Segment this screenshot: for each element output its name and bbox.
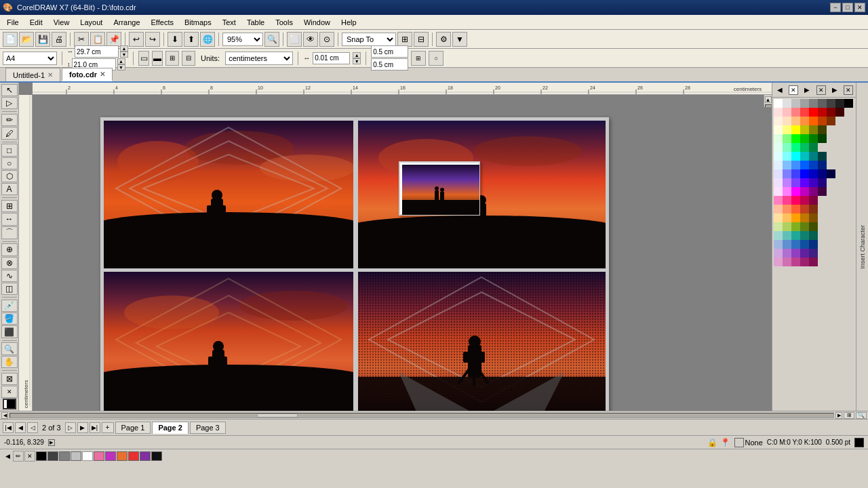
color-swatch[interactable]	[791, 152, 800, 161]
tab-untitled[interactable]: Untitled-1 ✕	[5, 68, 60, 81]
color-swatch[interactable]	[791, 205, 800, 214]
color-btn-x[interactable]: ✕	[1, 386, 18, 398]
page-size-select[interactable]: A4A3Letter	[3, 52, 57, 65]
color-swatch[interactable]	[791, 249, 800, 258]
color-swatch[interactable]	[800, 258, 809, 266]
options-button[interactable]: ⚙	[436, 32, 451, 47]
color-swatch[interactable]	[791, 231, 800, 240]
cs-pen-icon[interactable]: ✏	[13, 451, 24, 462]
maximize-button[interactable]: □	[842, 3, 853, 12]
cs-red[interactable]	[128, 451, 139, 461]
menu-item-bitmaps[interactable]: Bitmaps	[179, 17, 217, 28]
color-swatch[interactable]	[809, 99, 818, 108]
color-swatch[interactable]	[800, 143, 809, 152]
color-swatch[interactable]	[818, 117, 827, 125]
menu-item-help[interactable]: Help	[336, 17, 362, 28]
print-button[interactable]: 🖨	[52, 32, 66, 47]
color-swatch[interactable]	[774, 231, 783, 240]
color-swatch[interactable]	[827, 117, 835, 125]
cs-x-btn[interactable]: ✕	[24, 451, 35, 462]
color-swatch[interactable]	[774, 249, 783, 258]
shadow-tool[interactable]: ◫	[1, 283, 18, 295]
color-swatch[interactable]	[783, 178, 791, 187]
menu-item-window[interactable]: Window	[298, 17, 336, 28]
color-swatch[interactable]	[818, 134, 827, 143]
color-swatch[interactable]	[791, 214, 800, 222]
color-swatch[interactable]	[791, 187, 800, 196]
color-swatch[interactable]	[774, 214, 783, 222]
color-swatch[interactable]	[800, 161, 809, 169]
color-swatch[interactable]	[809, 249, 818, 258]
units-select[interactable]: centimetersinchespixels	[225, 52, 293, 65]
color-swatch[interactable]	[800, 169, 809, 178]
add-page-btn[interactable]: +	[102, 422, 114, 433]
color-swatch[interactable]	[809, 169, 818, 178]
freehand-tool[interactable]: ✏	[1, 114, 18, 126]
color-swatch[interactable]	[791, 161, 800, 169]
menu-item-table[interactable]: Table	[241, 17, 270, 28]
color-swatch[interactable]	[791, 108, 800, 117]
color-swatch[interactable]	[809, 214, 818, 222]
color-swatch[interactable]	[774, 222, 783, 231]
color-swatch[interactable]	[818, 187, 827, 196]
export-button[interactable]: ⬆	[184, 32, 199, 47]
cs-black[interactable]	[36, 451, 47, 461]
page-prev2-btn[interactable]: ◁	[27, 422, 38, 433]
zoom-tool[interactable]: 🔍	[1, 342, 18, 354]
color-swatch[interactable]	[809, 231, 818, 240]
color-swatch[interactable]	[783, 125, 791, 134]
page-last-btn[interactable]: ▶|	[90, 422, 100, 433]
color-swatch[interactable]	[800, 196, 809, 205]
nudge-up[interactable]: ▲	[353, 52, 361, 58]
menu-item-layout[interactable]: Layout	[75, 17, 108, 28]
color-swatch[interactable]	[818, 169, 827, 178]
color-swatch[interactable]	[800, 99, 809, 108]
color-swatch[interactable]	[800, 222, 809, 231]
menu-item-tools[interactable]: Tools	[270, 17, 298, 28]
menu-item-text[interactable]: Text	[217, 17, 241, 28]
nudge-down[interactable]: ▼	[353, 58, 361, 64]
color-selector[interactable]	[3, 399, 16, 409]
color-x-btn2[interactable]: ✕	[816, 85, 826, 95]
blend-tool[interactable]: ⊕	[1, 243, 18, 256]
color-swatch[interactable]	[783, 205, 791, 214]
cs-purple[interactable]	[140, 451, 151, 461]
dimension-tool[interactable]: ↔	[1, 213, 18, 225]
color-swatch[interactable]	[809, 125, 818, 134]
color-swatch[interactable]	[791, 143, 800, 152]
color-swatch[interactable]	[783, 258, 791, 266]
tab-untitled-close[interactable]: ✕	[47, 71, 53, 79]
color-swatch[interactable]	[783, 249, 791, 258]
color-swatch[interactable]	[774, 187, 783, 196]
color-swatch[interactable]	[809, 134, 818, 143]
color-swatch[interactable]	[809, 205, 818, 214]
color-swatch[interactable]	[818, 152, 827, 161]
image-bottom-left[interactable]	[104, 272, 353, 411]
save-button[interactable]: 💾	[35, 32, 50, 47]
page-first-btn[interactable]: |◀	[3, 422, 14, 433]
color-swatch[interactable]	[844, 99, 853, 108]
color-swatch[interactable]	[800, 249, 809, 258]
color-swatch[interactable]	[783, 169, 791, 178]
smart-fill[interactable]: ⬛	[1, 325, 18, 338]
pan-tool[interactable]: ✋	[1, 356, 18, 368]
height-down[interactable]: ▼	[117, 64, 125, 70]
color-swatch[interactable]	[791, 258, 800, 266]
cs-pink[interactable]	[94, 451, 104, 461]
zoom-in-button[interactable]: 🔍	[264, 32, 279, 47]
cs-magenta[interactable]	[105, 451, 116, 461]
full-screen-button[interactable]: ⬜	[287, 32, 302, 47]
color-swatch[interactable]	[827, 108, 835, 117]
cs-darkgray[interactable]	[47, 451, 58, 461]
connector-tool[interactable]: ⌒	[1, 226, 18, 239]
arrow-right-mid[interactable]: ▶	[802, 85, 812, 95]
color-swatch[interactable]	[774, 134, 783, 143]
menu-item-file[interactable]: File	[1, 17, 24, 28]
color-swatch[interactable]	[800, 214, 809, 222]
table-tool[interactable]: ⊞	[1, 200, 18, 212]
menu-item-effects[interactable]: Effects	[146, 17, 179, 28]
hscroll-right-btn[interactable]: ▶	[835, 412, 842, 419]
color-swatch[interactable]	[800, 187, 809, 196]
color-swatch[interactable]	[791, 196, 800, 205]
color-swatch[interactable]	[809, 108, 818, 117]
